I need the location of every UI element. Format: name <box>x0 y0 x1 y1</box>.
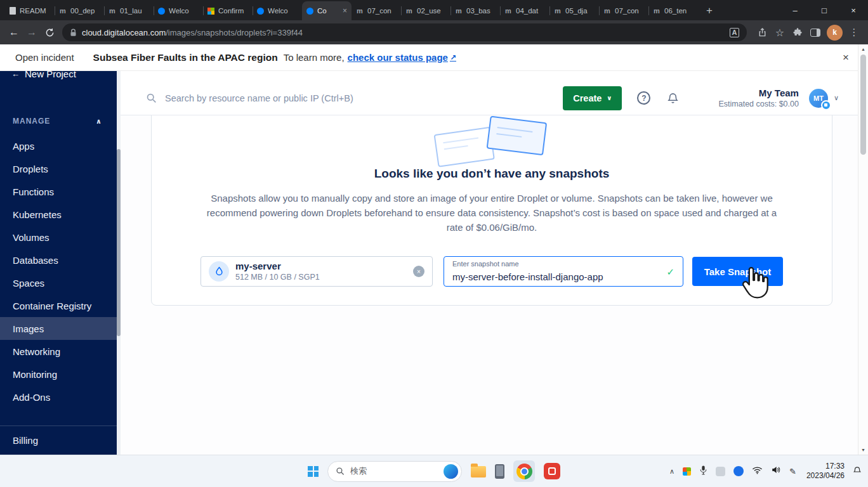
empty-state-description: Snapshots allow you to manually copy and… <box>201 191 782 235</box>
sidebar-item-spaces[interactable]: Spaces <box>0 271 121 294</box>
selected-droplet-chip[interactable]: my-server 512 MB / 10 GB / SGP1 × <box>201 256 433 287</box>
url-domain: cloud.digitalocean.com <box>82 28 166 37</box>
status-link-text: check our status page <box>348 52 448 63</box>
ms-apps-icon[interactable] <box>683 467 691 476</box>
m-favicon-icon: m <box>59 7 67 15</box>
translate-icon[interactable]: A <box>730 28 739 37</box>
snapshot-name-input[interactable] <box>452 270 659 283</box>
chrome-taskbar-button[interactable] <box>513 460 535 482</box>
sidebar-item-functions[interactable]: Functions <box>0 180 121 203</box>
sidebar-item-billing[interactable]: Billing <box>0 429 121 452</box>
search-input[interactable] <box>165 93 554 103</box>
phone-link-icon[interactable] <box>495 464 504 479</box>
search-icon <box>146 93 157 103</box>
snapshot-name-field[interactable]: Enter snapshot name ✓ <box>444 256 683 287</box>
browser-tab[interactable]: m05_dja <box>549 1 599 20</box>
bookmark-star-icon[interactable]: ☆ <box>771 23 789 41</box>
volume-icon[interactable] <box>771 465 781 477</box>
sidebar-back-new-project[interactable]: ← New Project <box>0 71 121 84</box>
lock-icon <box>70 29 77 37</box>
address-bar[interactable]: cloud.digitalocean.com/images/snapshots/… <box>62 23 747 41</box>
search-icon <box>336 467 345 476</box>
back-icon[interactable]: ← <box>5 23 23 41</box>
side-panel-icon[interactable] <box>806 23 824 41</box>
scrollbar-up-icon[interactable]: ▲ <box>858 47 868 51</box>
window-minimize-button[interactable]: – <box>780 0 810 20</box>
browser-tab[interactable]: m06_ten <box>648 1 698 20</box>
wifi-icon[interactable] <box>752 465 763 477</box>
m-favicon-icon: m <box>554 7 562 15</box>
sidebar-item-images[interactable]: Images <box>0 317 121 340</box>
team-menu[interactable]: My Team Estimated costs: $0.00 <box>718 88 798 108</box>
taskbar-clock[interactable]: 17:33 2023/04/26 <box>806 462 845 481</box>
m-favicon-icon: m <box>653 7 661 15</box>
browser-tab[interactable]: m01_lau <box>104 1 154 20</box>
browser-tab[interactable]: m00_dep <box>55 1 104 20</box>
tab-close-icon[interactable]: × <box>343 6 347 15</box>
help-icon[interactable]: ? <box>637 91 650 105</box>
create-button[interactable]: Create∨ <box>563 86 622 110</box>
url-path: /images/snapshots/droplets?i=339f44 <box>166 28 303 37</box>
digitalocean-favicon-icon <box>158 8 165 15</box>
inactive-tray-icon[interactable] <box>716 467 725 476</box>
tab-title: 06_ten <box>664 7 694 15</box>
extensions-puzzle-icon[interactable] <box>789 23 806 41</box>
droplet-icon <box>209 261 229 282</box>
sidebar-item-monitoring[interactable]: Monitoring <box>0 363 121 386</box>
sidebar-item-droplets[interactable]: Droplets <box>0 157 121 180</box>
status-page-link[interactable]: check our status page↗ <box>348 52 456 63</box>
window-controls: – □ × <box>780 0 868 20</box>
browser-tab[interactable]: READM <box>5 1 55 20</box>
notifications-bell-icon[interactable] <box>667 92 679 105</box>
windows-start-icon[interactable] <box>308 466 319 477</box>
notification-bell-icon[interactable] <box>853 465 862 477</box>
blue-status-icon[interactable] <box>733 466 744 476</box>
tab-title: 04_dat <box>516 7 545 15</box>
team-avatar[interactable]: MT <box>809 89 828 108</box>
browser-tab[interactable]: m03_bas <box>450 1 500 20</box>
sidebar-item-volumes[interactable]: Volumes <box>0 226 121 249</box>
sidebar-item-networking[interactable]: Networking <box>0 340 121 363</box>
estimated-costs: Estimated costs: $0.00 <box>718 100 798 108</box>
sidebar-item-kubernetes[interactable]: Kubernetes <box>0 203 121 226</box>
banner-close-icon[interactable]: × <box>843 51 849 64</box>
browser-tab[interactable]: Welco <box>253 1 302 20</box>
incident-label: Open incident <box>15 52 74 63</box>
taskbar-search-box[interactable]: 検索 <box>327 461 462 482</box>
browser-tab[interactable]: m04_dat <box>500 1 549 20</box>
microphone-icon[interactable] <box>699 465 707 478</box>
chevron-down-icon[interactable]: ∨ <box>834 94 839 102</box>
browser-tab[interactable]: Welco <box>154 1 203 20</box>
forward-icon[interactable]: → <box>23 23 41 41</box>
browser-tab[interactable]: m07_con <box>599 1 648 20</box>
file-explorer-icon[interactable] <box>471 466 486 477</box>
snapshots-illustration <box>425 115 558 168</box>
digitalocean-favicon-icon <box>257 8 264 15</box>
browser-tab[interactable]: Confirm <box>203 1 253 20</box>
sidebar-item-databases[interactable]: Databases <box>0 249 121 271</box>
hidden-icons-chevron[interactable]: ∧ <box>669 467 674 476</box>
red-app-icon[interactable] <box>544 463 560 479</box>
sidebar-section-manage[interactable]: MANAGE ∧ <box>0 112 121 131</box>
sidebar-section-label: MANAGE <box>13 117 50 126</box>
browser-profile-avatar[interactable]: k <box>827 25 843 41</box>
browser-tab-bar: READM m00_dep m01_lau Welco Confirm Welc… <box>0 0 868 20</box>
browser-tab[interactable]: m02_use <box>401 1 450 20</box>
share-icon[interactable] <box>753 23 771 41</box>
sidebar-item-container-registry[interactable]: Container Registry <box>0 294 121 317</box>
browser-menu-icon[interactable]: ⋮ <box>845 23 863 41</box>
browser-tab-active[interactable]: Co× <box>302 1 352 20</box>
page-scrollbar[interactable]: ▲ ▼ <box>858 44 868 455</box>
scrollbar-down-icon[interactable]: ▼ <box>858 448 868 452</box>
reload-icon[interactable] <box>41 23 58 41</box>
sidebar-item-add-ons[interactable]: Add-Ons <box>0 386 121 408</box>
window-maximize-button[interactable]: □ <box>810 0 839 20</box>
scrollbar-thumb[interactable] <box>860 55 866 155</box>
browser-tab[interactable]: m07_con <box>352 1 401 20</box>
window-close-button[interactable]: × <box>839 0 868 20</box>
clear-droplet-icon[interactable]: × <box>413 266 424 277</box>
pen-icon[interactable]: ✎ <box>789 467 796 476</box>
sidebar-item-apps[interactable]: Apps <box>0 134 121 157</box>
new-tab-button[interactable]: + <box>700 2 718 20</box>
tab-title: 05_dja <box>565 7 595 15</box>
